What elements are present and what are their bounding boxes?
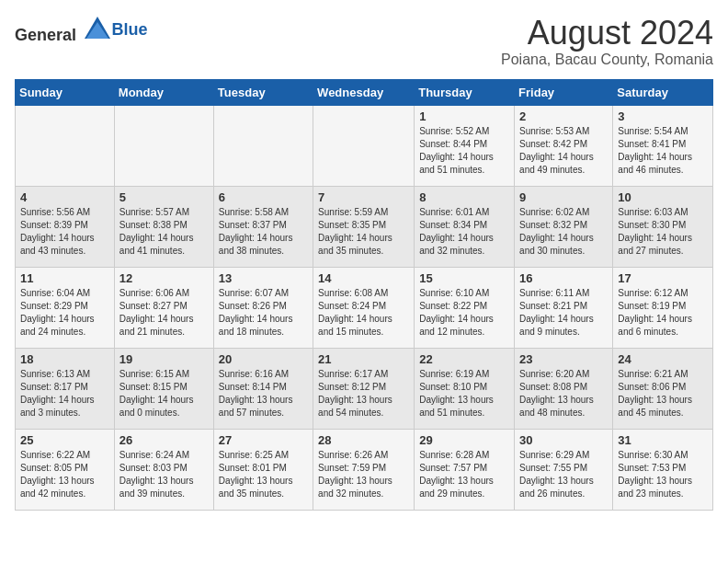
day-info-line: and 32 minutes. (419, 245, 509, 258)
day-info: Sunrise: 6:10 AMSunset: 8:22 PMDaylight:… (419, 287, 509, 339)
day-info-line: and 38 minutes. (219, 245, 308, 258)
day-info-line: and 51 minutes. (419, 164, 509, 177)
day-info-line: Sunrise: 6:12 AM (618, 287, 708, 300)
day-info-line: Daylight: 14 hours (318, 313, 409, 326)
day-number: 6 (219, 190, 308, 204)
calendar-cell: 12Sunrise: 6:06 AMSunset: 8:27 PMDayligh… (114, 267, 213, 348)
day-info-line: Daylight: 14 hours (119, 232, 209, 245)
day-info-line: Daylight: 14 hours (219, 232, 308, 245)
day-number: 17 (618, 271, 708, 285)
calendar-cell: 2Sunrise: 5:53 AMSunset: 8:42 PMDaylight… (515, 105, 613, 186)
day-info: Sunrise: 6:06 AMSunset: 8:27 PMDaylight:… (119, 287, 209, 339)
day-info: Sunrise: 5:54 AMSunset: 8:41 PMDaylight:… (618, 125, 708, 177)
day-info-line: Sunset: 8:42 PM (519, 138, 608, 151)
title-block: August 2024 Poiana, Bacau County, Romani… (501, 15, 713, 68)
calendar-cell: 6Sunrise: 5:58 AMSunset: 8:37 PMDaylight… (213, 186, 313, 267)
calendar-cell: 4Sunrise: 5:56 AMSunset: 8:39 PMDaylight… (16, 186, 115, 267)
column-header-monday: Monday (114, 79, 213, 105)
calendar-cell: 9Sunrise: 6:02 AMSunset: 8:32 PMDaylight… (515, 186, 613, 267)
column-header-saturday: Saturday (613, 79, 713, 105)
calendar-week-1: 1Sunrise: 5:52 AMSunset: 8:44 PMDaylight… (16, 105, 713, 186)
day-info-line: and 42 minutes. (20, 488, 109, 500)
day-info-line: Daylight: 14 hours (519, 313, 608, 326)
day-info-line: Daylight: 14 hours (318, 232, 409, 245)
day-number: 1 (419, 109, 509, 123)
day-info: Sunrise: 6:08 AMSunset: 8:24 PMDaylight:… (318, 287, 409, 339)
day-info-line: Sunset: 8:17 PM (20, 381, 109, 394)
day-number: 24 (618, 352, 708, 366)
page-header: General Blue August 2024 Poiana, Bacau C… (15, 15, 713, 68)
day-info-line: Sunrise: 6:04 AM (20, 287, 109, 300)
day-info-line: Daylight: 14 hours (20, 232, 109, 245)
day-info-line: Sunrise: 6:29 AM (519, 449, 608, 462)
calendar-cell: 29Sunrise: 6:28 AMSunset: 7:57 PMDayligh… (415, 429, 515, 510)
day-info: Sunrise: 5:53 AMSunset: 8:42 PMDaylight:… (519, 125, 608, 177)
day-info-line: Daylight: 14 hours (618, 232, 708, 245)
day-info: Sunrise: 6:19 AMSunset: 8:10 PMDaylight:… (419, 368, 509, 419)
day-info-line: Sunrise: 6:20 AM (519, 368, 608, 381)
page-title: August 2024 (501, 15, 713, 52)
day-info-line: Sunrise: 5:54 AM (618, 125, 708, 138)
day-info-line: Sunrise: 6:10 AM (419, 287, 509, 300)
day-info-line: and 35 minutes. (219, 488, 308, 500)
day-info-line: Sunrise: 6:26 AM (318, 449, 409, 462)
day-info-line: Daylight: 13 hours (618, 394, 708, 407)
day-info-line: Sunrise: 6:28 AM (419, 449, 509, 462)
day-info-line: Sunset: 8:44 PM (419, 138, 509, 151)
day-info: Sunrise: 6:12 AMSunset: 8:19 PMDaylight:… (618, 287, 708, 339)
day-number: 9 (519, 190, 608, 204)
day-number: 22 (419, 352, 509, 366)
day-info-line: and 6 minutes. (618, 326, 708, 339)
calendar-week-5: 25Sunrise: 6:22 AMSunset: 8:05 PMDayligh… (16, 429, 713, 510)
day-info-line: and 54 minutes. (318, 407, 409, 419)
day-info-line: Sunset: 8:26 PM (219, 300, 308, 313)
day-info-line: Sunset: 8:34 PM (419, 219, 509, 232)
day-info-line: Sunset: 8:10 PM (419, 381, 509, 394)
day-info: Sunrise: 6:20 AMSunset: 8:08 PMDaylight:… (519, 368, 608, 419)
day-info-line: and 49 minutes. (519, 164, 608, 177)
day-info-line: Sunrise: 6:22 AM (20, 449, 109, 462)
day-info: Sunrise: 6:13 AMSunset: 8:17 PMDaylight:… (20, 368, 109, 419)
day-info-line: Daylight: 13 hours (519, 475, 608, 488)
day-info-line: and 18 minutes. (219, 326, 308, 339)
calendar-cell: 18Sunrise: 6:13 AMSunset: 8:17 PMDayligh… (16, 348, 115, 429)
day-info-line: and 43 minutes. (20, 245, 109, 258)
day-number: 12 (119, 271, 209, 285)
day-info-line: Sunset: 8:01 PM (219, 462, 308, 475)
day-info-line: Daylight: 14 hours (419, 151, 509, 164)
calendar-cell: 10Sunrise: 6:03 AMSunset: 8:30 PMDayligh… (613, 186, 713, 267)
calendar-cell: 5Sunrise: 5:57 AMSunset: 8:38 PMDaylight… (114, 186, 213, 267)
day-info-line: and 39 minutes. (119, 488, 209, 500)
day-info-line: Sunset: 7:55 PM (519, 462, 608, 475)
day-info: Sunrise: 6:15 AMSunset: 8:15 PMDaylight:… (119, 368, 209, 419)
day-info-line: Sunrise: 5:57 AM (119, 206, 209, 219)
calendar-cell: 3Sunrise: 5:54 AMSunset: 8:41 PMDaylight… (613, 105, 713, 186)
day-info-line: Sunset: 8:14 PM (219, 381, 308, 394)
day-info-line: and 30 minutes. (519, 245, 608, 258)
day-info: Sunrise: 5:58 AMSunset: 8:37 PMDaylight:… (219, 206, 308, 258)
day-number: 31 (618, 433, 708, 447)
day-info: Sunrise: 5:59 AMSunset: 8:35 PMDaylight:… (318, 206, 409, 258)
day-info: Sunrise: 6:02 AMSunset: 8:32 PMDaylight:… (519, 206, 608, 258)
day-info-line: and 32 minutes. (318, 488, 409, 500)
calendar-cell: 13Sunrise: 6:07 AMSunset: 8:26 PMDayligh… (213, 267, 313, 348)
day-info-line: Sunset: 8:41 PM (618, 138, 708, 151)
day-info-line: Sunset: 8:03 PM (119, 462, 209, 475)
day-info-line: Sunset: 8:30 PM (618, 219, 708, 232)
calendar-cell: 14Sunrise: 6:08 AMSunset: 8:24 PMDayligh… (313, 267, 415, 348)
header-row: SundayMondayTuesdayWednesdayThursdayFrid… (16, 79, 713, 105)
day-number: 7 (318, 190, 409, 204)
day-info: Sunrise: 6:30 AMSunset: 7:53 PMDaylight:… (618, 449, 708, 500)
day-number: 15 (419, 271, 509, 285)
day-info: Sunrise: 6:01 AMSunset: 8:34 PMDaylight:… (419, 206, 509, 258)
day-number: 11 (20, 271, 109, 285)
calendar-cell (16, 105, 115, 186)
day-info-line: Sunset: 8:06 PM (618, 381, 708, 394)
day-number: 10 (618, 190, 708, 204)
day-info-line: and 48 minutes. (519, 407, 608, 419)
day-info: Sunrise: 6:22 AMSunset: 8:05 PMDaylight:… (20, 449, 109, 500)
logo-icon (83, 15, 112, 40)
day-info-line: Daylight: 13 hours (318, 394, 409, 407)
logo-blue: Blue (112, 20, 148, 39)
day-info-line: Sunset: 8:38 PM (119, 219, 209, 232)
